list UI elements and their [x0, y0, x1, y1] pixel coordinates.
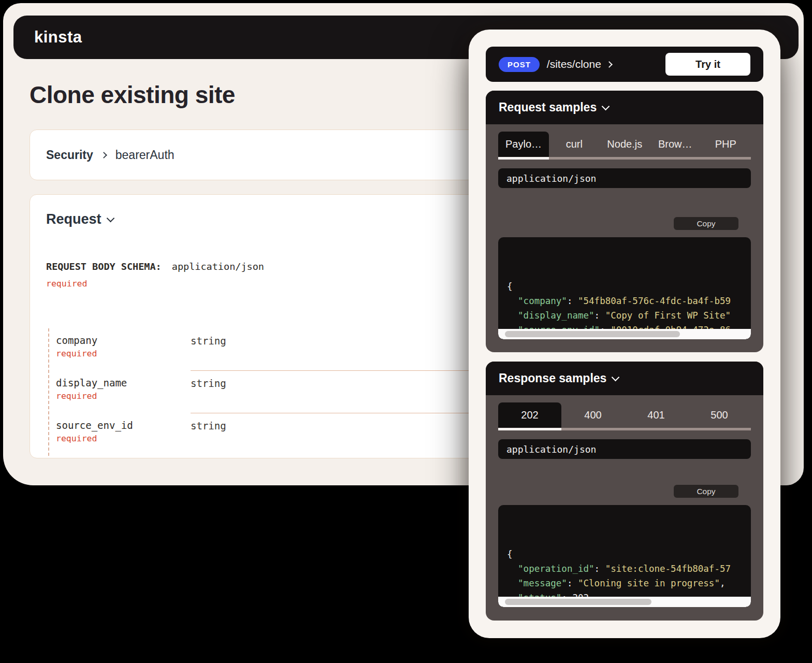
- tab-500[interactable]: 500: [688, 402, 751, 428]
- tab-label: Node.js: [607, 138, 642, 150]
- security-value: bearerAuth: [115, 148, 175, 162]
- page-title: Clone existing site: [30, 81, 235, 109]
- chevron-down-icon: [612, 373, 620, 382]
- request-samples-tabs: Paylo… curl Node.js Brow… PHP: [498, 132, 751, 157]
- tab-label: curl: [566, 138, 583, 150]
- schema-content-type: application/json: [172, 261, 264, 272]
- tab-browser[interactable]: Brow…: [650, 132, 701, 157]
- code-line: "operation_id": "site:clone-54fb80af-57: [507, 561, 751, 576]
- api-samples-panel: POST /sites/clone Try it Request samples…: [469, 30, 780, 638]
- content-type-box: application/json: [498, 439, 751, 459]
- tab-php[interactable]: PHP: [701, 132, 751, 157]
- horizontal-scrollbar[interactable]: [498, 597, 751, 607]
- schema-label: REQUEST BODY SCHEMA:: [46, 261, 162, 272]
- field-name: company: [56, 335, 191, 346]
- schema-row: REQUEST BODY SCHEMA: application/json: [46, 261, 264, 272]
- response-samples-tabs: 202 400 401 500: [498, 402, 751, 428]
- tab-label: Paylo…: [505, 138, 542, 150]
- http-method-badge: POST: [499, 57, 540, 72]
- field-required-badge: required: [56, 434, 191, 443]
- response-samples-toggle[interactable]: Response samples: [486, 362, 763, 395]
- chevron-down-icon: [602, 103, 610, 111]
- tab-underline: [498, 428, 751, 430]
- tab-label: 400: [584, 409, 601, 421]
- tab-400[interactable]: 400: [561, 402, 625, 428]
- tab-underline: [498, 157, 751, 160]
- field-type: string: [191, 377, 226, 406]
- field-type: string: [191, 335, 226, 364]
- copy-button[interactable]: Copy: [674, 485, 738, 498]
- chevron-right-icon: [606, 61, 613, 68]
- try-it-button[interactable]: Try it: [665, 53, 750, 76]
- tab-202[interactable]: 202: [498, 402, 561, 428]
- chevron-right-icon: [100, 152, 107, 158]
- field-name: display_name: [56, 377, 191, 388]
- chevron-down-icon: [106, 214, 114, 223]
- code-line: "display_name": "Copy of First WP Site": [507, 308, 751, 323]
- tab-nodejs[interactable]: Node.js: [600, 132, 650, 157]
- schema-required-badge: required: [46, 279, 87, 289]
- tab-label: 202: [521, 409, 538, 421]
- endpoint-bar: POST /sites/clone Try it: [486, 47, 763, 82]
- request-samples-toggle[interactable]: Request samples: [486, 91, 763, 124]
- request-samples-title: Request samples: [499, 100, 597, 114]
- content-type-box: application/json: [498, 168, 751, 188]
- scrollbar-thumb[interactable]: [505, 331, 680, 337]
- request-title: Request: [46, 211, 102, 227]
- endpoint-path: /sites/clone: [547, 58, 601, 70]
- tab-label: PHP: [715, 138, 736, 150]
- horizontal-scrollbar[interactable]: [498, 329, 751, 339]
- request-code-sample: { "company": "54fb80af-576c-4fdc-ba4f-b5…: [498, 237, 751, 339]
- kinsta-logo[interactable]: kinsta: [34, 28, 82, 47]
- tab-label: 500: [711, 409, 728, 421]
- response-samples-title: Response samples: [499, 371, 606, 385]
- field-required-badge: required: [56, 391, 191, 401]
- active-tab-indicator: [498, 428, 561, 430]
- tab-label: Brow…: [658, 138, 692, 150]
- response-samples-block: Response samples 202 400 401 500 applica…: [486, 362, 763, 621]
- request-samples-block: Request samples Paylo… curl Node.js Brow…: [486, 91, 763, 352]
- code-line: "message": "Cloning site in progress",: [507, 576, 751, 590]
- field-type: string: [191, 420, 226, 449]
- request-toggle[interactable]: Request: [46, 211, 113, 227]
- tab-401[interactable]: 401: [625, 402, 688, 428]
- tab-payload[interactable]: Paylo…: [498, 132, 549, 157]
- field-required-badge: required: [56, 349, 191, 358]
- field-name: source_env_id: [56, 420, 191, 431]
- active-tab-indicator: [498, 157, 549, 160]
- response-code-sample: { "operation_id": "site:clone-54fb80af-5…: [498, 505, 751, 607]
- tab-label: 401: [647, 409, 664, 421]
- tab-curl[interactable]: curl: [549, 132, 600, 157]
- security-label: Security: [46, 148, 93, 162]
- code-line: {: [507, 279, 751, 294]
- code-line: "company": "54fb80af-576c-4fdc-ba4f-b59: [507, 294, 751, 308]
- code-line: {: [507, 547, 751, 561]
- scrollbar-thumb[interactable]: [505, 599, 651, 605]
- copy-button[interactable]: Copy: [674, 217, 738, 230]
